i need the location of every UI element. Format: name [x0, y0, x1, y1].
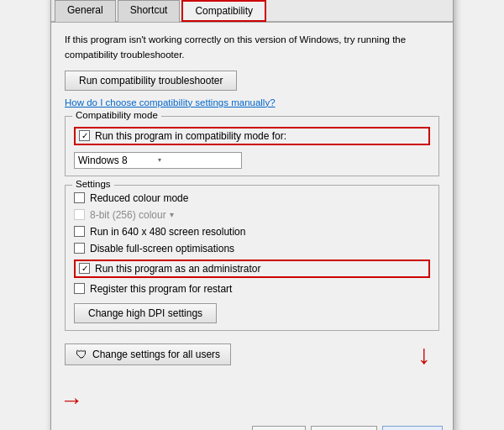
- compat-mode-dropdown-value: Windows 8: [78, 155, 158, 166]
- screen-resolution-checkbox[interactable]: [74, 226, 85, 237]
- tab-row-bottom: General Shortcut Compatibility: [51, 0, 453, 23]
- change-settings-button[interactable]: 🛡 Change settings for all users: [65, 343, 231, 365]
- dialog: Security Details Previous Versions Gener…: [50, 0, 454, 430]
- action-buttons: OK Cancel Apply: [51, 421, 453, 430]
- admin-row: Run this program as an administrator: [74, 260, 430, 278]
- restart-row: Register this program for restart: [74, 283, 430, 295]
- restart-checkbox[interactable]: [74, 283, 85, 294]
- reduced-colour-row: Reduced colour mode: [74, 192, 430, 204]
- fullscreen-label: Disable full-screen optimisations: [90, 243, 234, 254]
- compat-mode-checkbox-row: Run this program in compatibility mode f…: [74, 127, 430, 145]
- reduced-colour-checkbox[interactable]: [74, 192, 85, 203]
- description-text: If this program isn't working correctly …: [65, 33, 439, 62]
- chevron-down-icon: ▾: [158, 156, 238, 164]
- apply-button[interactable]: Apply: [382, 426, 443, 430]
- tab-shortcut[interactable]: Shortcut: [118, 0, 181, 22]
- fullscreen-row: Disable full-screen optimisations: [74, 243, 430, 254]
- colour-depth-dropdown-arrow: ▾: [170, 210, 174, 219]
- colour-depth-row: 8-bit (256) colour ▾: [74, 209, 430, 221]
- admin-checkbox[interactable]: [79, 263, 90, 274]
- admin-label: Run this program as an administrator: [95, 263, 260, 275]
- compat-mode-label: Run this program in compatibility mode f…: [95, 130, 286, 142]
- settings-group: Settings Reduced colour mode 8-bit (256)…: [65, 185, 439, 331]
- bottom-area: 🛡 Change settings for all users ↓: [65, 339, 439, 370]
- cancel-button[interactable]: Cancel: [311, 426, 377, 430]
- reduced-colour-label: Reduced colour mode: [90, 192, 188, 204]
- content-area: If this program isn't working correctly …: [51, 23, 453, 387]
- colour-depth-checkbox: [74, 209, 85, 220]
- change-dpi-button[interactable]: Change high DPI settings: [74, 303, 217, 323]
- ok-button[interactable]: OK: [252, 426, 306, 430]
- arrow-row: →: [51, 387, 453, 414]
- compat-mode-dropdown[interactable]: Windows 8 ▾: [74, 152, 242, 169]
- down-arrow-icon: ↓: [417, 339, 431, 370]
- compatibility-mode-group: Compatibility mode Run this program in c…: [65, 116, 439, 176]
- compat-mode-checkbox[interactable]: [79, 130, 90, 141]
- fullscreen-checkbox[interactable]: [74, 243, 85, 254]
- tab-general[interactable]: General: [55, 0, 116, 22]
- settings-group-label: Settings: [72, 179, 114, 189]
- tab-compatibility[interactable]: Compatibility: [181, 0, 266, 22]
- screen-resolution-label: Run in 640 x 480 screen resolution: [90, 226, 245, 238]
- change-settings-label: Change settings for all users: [92, 349, 220, 360]
- screen-resolution-row: Run in 640 x 480 screen resolution: [74, 226, 430, 238]
- run-troubleshooter-button[interactable]: Run compatibility troubleshooter: [65, 71, 237, 91]
- help-link[interactable]: How do I choose compatibility settings m…: [65, 97, 439, 108]
- shield-icon: 🛡: [76, 348, 87, 361]
- compat-group-label: Compatibility mode: [72, 110, 161, 120]
- restart-label: Register this program for restart: [90, 283, 232, 295]
- colour-depth-label: 8-bit (256) colour: [90, 209, 166, 221]
- right-arrow-icon: →: [60, 387, 83, 414]
